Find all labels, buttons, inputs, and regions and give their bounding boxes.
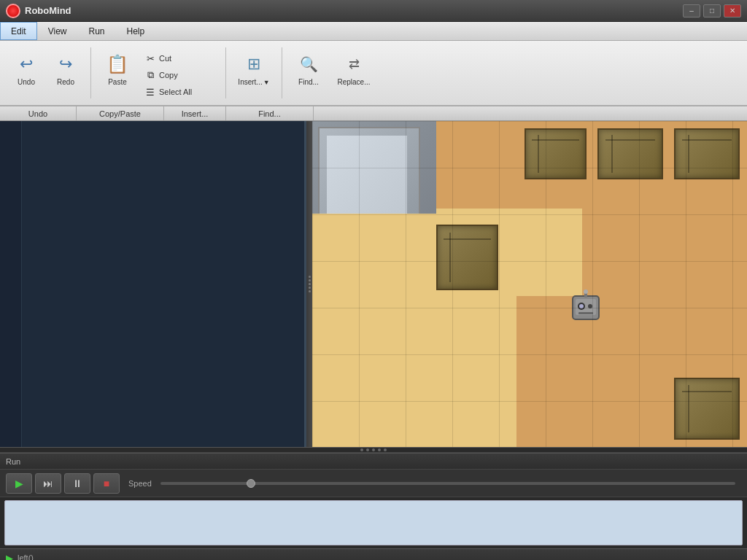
menu-edit[interactable]: Edit (0, 22, 37, 40)
redo-icon: ↪ (54, 52, 77, 76)
run-controls: ▶ ⏭ ⏸ ■ Speed (0, 470, 747, 497)
undo-button[interactable]: ↩ Undo (7, 47, 45, 91)
bottom-resize-handle[interactable] (0, 447, 747, 453)
svg-rect-5 (578, 312, 593, 314)
replace-button[interactable]: ⇄ Replace... (330, 47, 377, 91)
hdot (378, 448, 381, 451)
speed-slider[interactable] (160, 482, 735, 485)
replace-icon: ⇄ (342, 52, 365, 76)
crate-mid (436, 225, 498, 290)
stone-light (327, 136, 407, 216)
crate-top-left (525, 128, 587, 179)
find-icon: 🔍 (297, 52, 320, 76)
robot (567, 289, 605, 327)
hdot (360, 448, 363, 451)
select-all-icon: ☰ (144, 86, 156, 98)
run-title: Run (6, 457, 20, 466)
pause-button[interactable]: ⏸ (64, 473, 90, 494)
sep3 (282, 47, 282, 98)
cut-button[interactable]: ✂ Cut (139, 50, 220, 66)
close-button[interactable]: ✕ (724, 4, 741, 18)
speed-thumb (247, 479, 255, 488)
run-panel: Run ▶ ⏭ ⏸ ■ Speed (0, 453, 747, 545)
maximize-button[interactable]: □ (703, 4, 721, 18)
cut-icon: ✂ (144, 52, 156, 64)
resize-dot (309, 287, 311, 289)
crate-top-right (674, 128, 740, 179)
ribbon-insert-label: Insert... (164, 106, 226, 120)
svg-point-3 (579, 304, 584, 308)
svg-point-4 (588, 304, 592, 308)
copy-button[interactable]: ⧉ Copy (139, 67, 220, 83)
menu-view[interactable]: View (37, 22, 78, 40)
find-group: 🔍 Find... ⇄ Replace... (287, 44, 379, 101)
paste-button[interactable]: 📋 Paste (97, 47, 138, 91)
window-controls: – □ ✕ (683, 4, 741, 18)
ribbon-find-label: Find... (226, 106, 314, 120)
menu-help[interactable]: Help (116, 22, 156, 40)
hdot (384, 448, 387, 451)
run-output (4, 500, 743, 545)
resize-dot (309, 276, 311, 278)
toolbar: ↩ Undo ↪ Redo 📋 Paste ✂ Cut ⧉ (0, 41, 747, 106)
main-content (0, 121, 747, 447)
title-text: RoboMind (25, 5, 71, 16)
svg-point-7 (584, 289, 588, 294)
app-icon (6, 4, 20, 18)
titlebar: RoboMind – □ ✕ (0, 0, 747, 22)
crate-top-mid (597, 128, 663, 179)
redo-button[interactable]: ↪ Redo (47, 47, 85, 91)
paste-icon: 📋 (106, 52, 129, 76)
menubar: Edit View Run Help (0, 22, 747, 41)
code-editor[interactable] (0, 121, 306, 447)
undo-redo-group: ↩ Undo ↪ Redo (6, 44, 86, 101)
menu-run[interactable]: Run (77, 22, 115, 40)
insert-icon: ⊞ (242, 52, 266, 76)
insert-group: ⊞ Insert... ▼ (231, 44, 277, 101)
copy-paste-group: 📋 Paste ✂ Cut ⧉ Copy ☰ Select All (96, 44, 221, 101)
find-button[interactable]: 🔍 Find... (288, 47, 329, 91)
resize-dot (309, 279, 311, 281)
ribbon-copypaste-label: Copy/Paste (77, 106, 164, 120)
minimize-button[interactable]: – (683, 4, 700, 18)
sep1 (90, 47, 91, 98)
insert-button[interactable]: ⊞ Insert... ▼ (232, 47, 276, 91)
crate-bottom-right (674, 378, 740, 440)
titlebar-left: RoboMind (6, 4, 71, 18)
speed-label: Speed (128, 479, 152, 488)
game-view (312, 121, 747, 447)
hdot (366, 448, 369, 451)
status-text: left() (18, 553, 34, 560)
play-button[interactable]: ▶ (6, 473, 32, 494)
resize-handle[interactable] (306, 121, 312, 447)
status-play-icon: ▶ (6, 553, 13, 561)
hdot (372, 448, 375, 451)
ribbon-labels: Undo Copy/Paste Insert... Find... (0, 106, 747, 121)
undo-icon: ↩ (15, 52, 38, 76)
resize-dot (309, 290, 311, 292)
sep2 (225, 47, 226, 98)
insert-dropdown-icon: ▼ (263, 79, 270, 86)
copy-icon: ⧉ (144, 69, 156, 81)
code-content[interactable] (22, 121, 304, 447)
resize-dot (309, 283, 311, 285)
run-header: Run (0, 454, 747, 470)
ribbon-undo-label: Undo (0, 106, 77, 120)
select-all-button[interactable]: ☰ Select All (139, 84, 220, 100)
stop-button[interactable]: ■ (93, 473, 120, 494)
step-button[interactable]: ⏭ (35, 473, 61, 494)
line-numbers (0, 121, 22, 447)
statusbar: ▶ left() (0, 548, 747, 560)
